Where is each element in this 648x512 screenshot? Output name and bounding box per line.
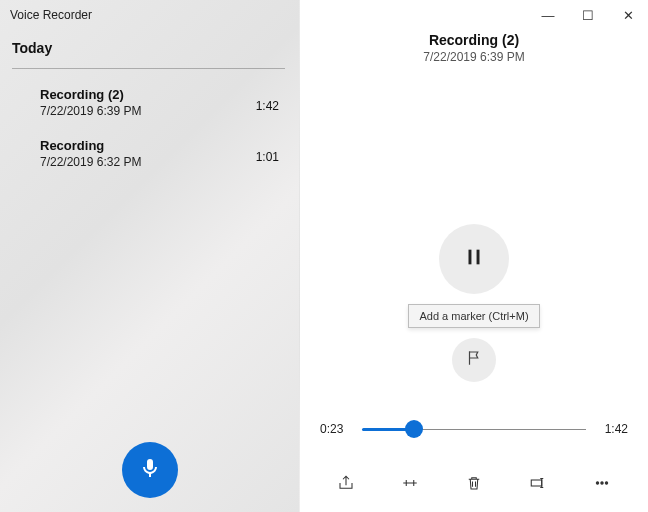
recording-item[interactable]: Recording (2) 7/22/2019 6:39 PM 1:42 [0,77,299,128]
playback-controls: Add a marker (Ctrl+M) [300,64,648,512]
track-thumb[interactable] [405,420,423,438]
svg-point-3 [596,482,598,484]
record-button[interactable] [122,442,178,498]
section-header: Today [0,26,299,62]
svg-rect-1 [477,250,480,265]
recording-date: 7/22/2019 6:32 PM [40,155,141,169]
recording-header: Recording (2) 7/22/2019 6:39 PM [300,32,648,64]
svg-point-4 [601,482,603,484]
more-button[interactable] [589,472,615,498]
microphone-icon [138,456,162,484]
recording-name: Recording [40,138,141,153]
app-title: Voice Recorder [0,0,299,26]
progress-track[interactable] [362,422,586,436]
trash-icon [465,474,483,496]
tooltip: Add a marker (Ctrl+M) [408,304,539,328]
share-button[interactable] [333,472,359,498]
trim-icon [401,474,419,496]
svg-rect-0 [468,250,471,265]
close-button[interactable]: ✕ [608,0,648,30]
recording-duration: 1:01 [256,138,279,164]
flag-icon [465,349,483,371]
svg-rect-2 [531,480,542,486]
share-icon [337,474,355,496]
add-marker-button[interactable] [452,338,496,382]
delete-button[interactable] [461,472,487,498]
recording-subtitle: 7/22/2019 6:39 PM [300,50,648,64]
more-icon [593,474,611,496]
maximize-button[interactable]: ☐ [568,0,608,30]
recording-name: Recording (2) [40,87,141,102]
progress-bar[interactable]: 0:23 1:42 [320,422,628,436]
section-label: Today [12,40,283,56]
minimize-button[interactable]: — [528,0,568,30]
rename-button[interactable] [525,472,551,498]
svg-point-5 [605,482,607,484]
rename-icon [529,474,547,496]
recording-title: Recording (2) [300,32,648,48]
main-panel: — ☐ ✕ Recording (2) 7/22/2019 6:39 PM Ad… [300,0,648,512]
pause-button[interactable] [439,224,509,294]
recording-duration: 1:42 [256,87,279,113]
time-current: 0:23 [320,422,352,436]
recording-date: 7/22/2019 6:39 PM [40,104,141,118]
titlebar: — ☐ ✕ [300,0,648,30]
pause-icon [463,246,485,272]
time-total: 1:42 [596,422,628,436]
recordings-list: Recording (2) 7/22/2019 6:39 PM 1:42 Rec… [0,69,299,179]
app-window: Voice Recorder Today Recording (2) 7/22/… [0,0,648,512]
action-bar [300,472,648,498]
sidebar: Voice Recorder Today Recording (2) 7/22/… [0,0,300,512]
trim-button[interactable] [397,472,423,498]
recording-item[interactable]: Recording 7/22/2019 6:32 PM 1:01 [0,128,299,179]
